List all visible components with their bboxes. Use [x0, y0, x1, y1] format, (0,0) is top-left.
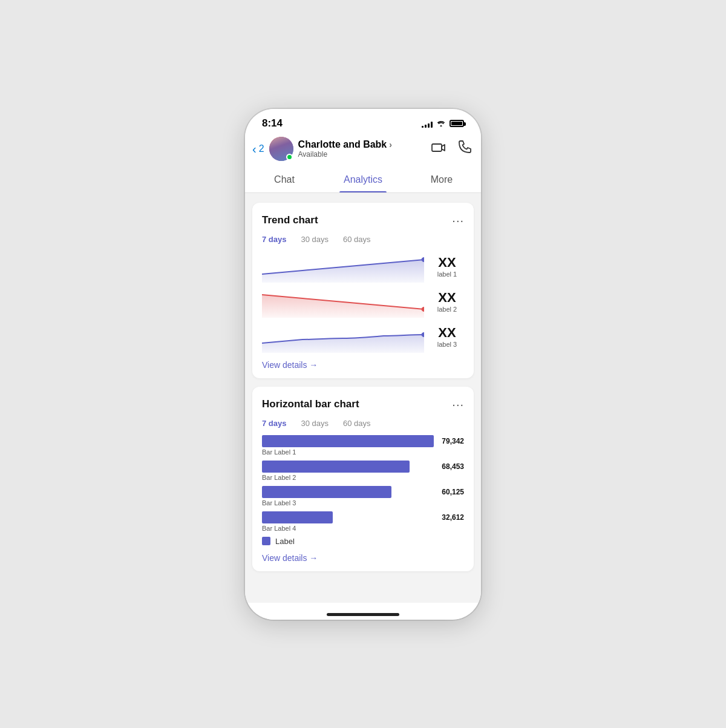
trend-row-2: XX label 2 [262, 286, 464, 318]
tab-analytics[interactable]: Analytics [324, 166, 402, 192]
bar-rows: 79,342 Bar Label 1 68,453 Bar Label 2 60… [262, 435, 464, 532]
bar-more-button[interactable]: ··· [452, 398, 464, 412]
tab-more[interactable]: More [402, 166, 481, 192]
legend-swatch [262, 537, 270, 545]
bar-row-4: 32,612 Bar Label 4 [262, 511, 464, 532]
tab-chat[interactable]: Chat [245, 166, 324, 192]
bar-value-2: 68,453 [442, 462, 464, 471]
bar-legend: Label [262, 537, 464, 546]
legend-label: Label [275, 537, 295, 546]
bar-chart-card: Horizontal bar chart ··· 7 days 30 days … [252, 387, 474, 571]
trend-chart-header: Trend chart ··· [262, 214, 464, 228]
bar-track-2: 68,453 [262, 461, 464, 473]
trend-label-3: XX label 3 [430, 326, 464, 347]
bar-filter-7days[interactable]: 7 days [262, 419, 286, 428]
bar-filter-30days[interactable]: 30 days [301, 419, 329, 428]
trend-chart-blue-2 [262, 321, 424, 353]
trend-more-button[interactable]: ··· [452, 214, 464, 228]
back-chevron-icon: ‹ [252, 143, 257, 155]
trend-chart-red-1 [262, 286, 424, 318]
bar-view-details[interactable]: View details → [262, 553, 464, 563]
bar-track-4: 32,612 [262, 511, 464, 523]
phone-frame: 8:14 ‹ 2 [245, 109, 481, 620]
status-bar: 8:14 [245, 109, 481, 132]
content-area: Trend chart ··· 7 days 30 days 60 days [245, 193, 481, 603]
bar-row-3: 60,125 Bar Label 3 [262, 486, 464, 507]
back-button[interactable]: ‹ 2 [252, 143, 264, 155]
status-time: 8:14 [262, 117, 283, 130]
back-count: 2 [259, 143, 264, 154]
trend-row-3: XX label 3 [262, 321, 464, 353]
trend-chart-title: Trend chart [262, 214, 318, 226]
name-chevron-icon: › [389, 140, 392, 149]
header: ‹ 2 Charlotte and Babk › Available [245, 132, 481, 166]
trend-label-2: XX label 2 [430, 290, 464, 312]
bar-label-4: Bar Label 4 [262, 525, 464, 532]
bar-value-4: 32,612 [442, 513, 464, 522]
tabs-bar: Chat Analytics More [245, 166, 481, 193]
bar-value-1: 79,342 [442, 437, 464, 445]
bar-chart-title: Horizontal bar chart [262, 398, 359, 410]
trend-label-1: XX label 1 [430, 255, 464, 277]
avatar [269, 137, 293, 161]
trend-rows: XX label 1 [262, 251, 464, 353]
home-indicator [245, 603, 481, 620]
bar-fill-1 [262, 435, 434, 447]
phone-call-icon[interactable] [458, 140, 471, 157]
bar-fill-2 [262, 461, 410, 473]
bar-fill-4 [262, 511, 333, 523]
bar-track-3: 60,125 [262, 486, 464, 498]
online-status-dot [286, 154, 293, 160]
trend-chart-blue-1 [262, 251, 424, 283]
trend-filter-7days[interactable]: 7 days [262, 235, 286, 244]
header-actions [431, 140, 471, 157]
video-call-icon[interactable] [431, 141, 446, 157]
status-icons [422, 119, 464, 128]
bar-time-filters: 7 days 30 days 60 days [262, 419, 464, 428]
bar-row-2: 68,453 Bar Label 2 [262, 461, 464, 481]
trend-chart-card: Trend chart ··· 7 days 30 days 60 days [252, 203, 474, 378]
contact-name[interactable]: Charlotte and Babk › [298, 139, 427, 150]
battery-icon [450, 120, 464, 127]
bar-filter-60days[interactable]: 60 days [343, 419, 371, 428]
contact-status: Available [298, 150, 427, 159]
bar-label-2: Bar Label 2 [262, 474, 464, 481]
bar-label-3: Bar Label 3 [262, 499, 464, 507]
header-info: Charlotte and Babk › Available [298, 139, 427, 159]
trend-row-1: XX label 1 [262, 251, 464, 283]
home-bar [327, 613, 399, 616]
bar-label-1: Bar Label 1 [262, 448, 464, 456]
svg-rect-0 [432, 144, 442, 151]
trend-time-filters: 7 days 30 days 60 days [262, 235, 464, 244]
bar-fill-3 [262, 486, 391, 498]
trend-filter-60days[interactable]: 60 days [343, 235, 371, 244]
wifi-icon [436, 119, 446, 128]
bar-row-1: 79,342 Bar Label 1 [262, 435, 464, 456]
trend-filter-30days[interactable]: 30 days [301, 235, 329, 244]
bar-chart-header: Horizontal bar chart ··· [262, 398, 464, 412]
bar-track-1: 79,342 [262, 435, 464, 447]
bar-value-3: 60,125 [442, 488, 464, 496]
trend-view-details[interactable]: View details → [262, 360, 464, 370]
signal-icon [422, 119, 433, 128]
